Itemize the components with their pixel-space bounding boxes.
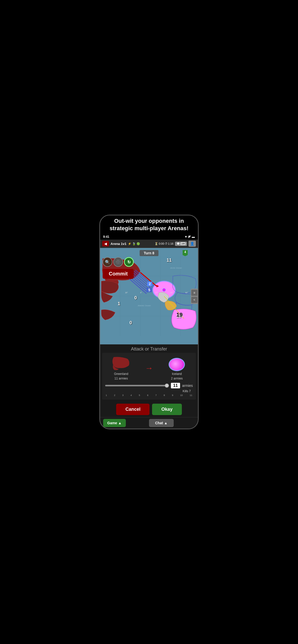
timer-display: ⏳ 0:00 ⏱ 1:16 (155, 242, 173, 245)
slider-section: 11 armies Kills 7 1 2 3 4 5 6 7 8 9 10 (105, 383, 193, 397)
tick-4: 4 (130, 394, 132, 397)
army-number-19-big: 19 (177, 312, 183, 318)
back-button[interactable]: ◀ (102, 241, 109, 246)
sidebar-panel: ≡ < (191, 289, 198, 304)
tick-1: 1 (106, 394, 107, 397)
circle-icon: 🟢 (137, 242, 140, 245)
army-slider[interactable] (105, 385, 169, 386)
search-button[interactable]: 🔍 (103, 257, 112, 267)
svg-text:60°: 60° (185, 292, 188, 294)
svg-text:Atlantic Ocean: Atlantic Ocean (138, 304, 151, 307)
target-armies: 2 armies (171, 377, 183, 380)
target-name: Iceland (172, 372, 182, 376)
armies-label: armies (182, 384, 193, 388)
bottom-bar: Game ▲ Chat ▲ (100, 417, 198, 429)
army-number-0-greenland: 0 (134, 295, 137, 301)
tick-7: 7 (155, 394, 157, 397)
game-button[interactable]: Game ▲ (103, 419, 126, 427)
army-number-0-bottom: 0 (129, 320, 132, 326)
attack-arrow: → (145, 363, 153, 373)
chat-nav-button[interactable]: 💬 100 (175, 242, 187, 246)
tick-3: 3 (122, 394, 124, 397)
sidebar-arrow-icon[interactable]: < (191, 297, 197, 303)
svg-text:Arctic Ocean: Arctic Ocean (170, 267, 182, 269)
svg-text:20°: 20° (155, 292, 158, 294)
tick-8: 8 (164, 394, 165, 397)
svg-point-26 (162, 288, 166, 291)
tick-11: 11 (190, 394, 192, 397)
cancel-button[interactable]: Cancel (116, 404, 150, 415)
attack-title: Attack or Transfer (100, 344, 198, 353)
army-number-11: 11 (167, 258, 172, 263)
slider-row: 11 armies (105, 383, 193, 388)
slider-ticks: 1 2 3 4 5 6 7 8 9 10 11 (105, 394, 193, 397)
army-count-display: 11 (171, 383, 180, 388)
tick-2: 2 (114, 394, 115, 397)
army-number-1: 1 (118, 301, 120, 306)
source-name: Greenland (114, 372, 128, 376)
toolbar-buttons: 🔍 ➕ ↻ (103, 257, 134, 267)
zoom-in-button[interactable]: ➕ (113, 257, 123, 267)
chat-count-badge: 100 (181, 242, 185, 245)
hourglass-icon: ⏳ (155, 242, 158, 245)
promo-text: Out-wit your opponents in strategic mult… (110, 218, 188, 231)
clock-value: 1:16 (168, 242, 173, 245)
kills-label: Kills 7 (183, 389, 192, 393)
nav-icons: ⚡ 🍃 🟢 (128, 242, 153, 245)
tick-10: 10 (180, 394, 183, 397)
territory-row: Greenland 11 armies → Iceland 2 armies (105, 356, 193, 380)
profile-nav-button[interactable]: 👤 (188, 241, 196, 247)
svg-text:40°: 40° (170, 292, 173, 294)
chat-bottom-button[interactable]: Chat ▲ (149, 419, 174, 427)
refresh-button[interactable]: ↻ (124, 257, 134, 267)
greenland-svg (111, 356, 131, 371)
okay-button[interactable]: Okay (152, 404, 182, 415)
phone-container: Out-wit your opponents in strategic mult… (99, 215, 199, 429)
tick-6: 6 (147, 394, 148, 397)
lightning-icon: ⚡ (128, 242, 131, 245)
iceland-icon (167, 356, 187, 371)
turn-badge: Turn 8 (140, 250, 158, 256)
status-icons: ▼ ◤ ▬ (184, 235, 195, 239)
svg-text:20°: 20° (125, 292, 128, 294)
source-territory: Greenland 11 armies (111, 356, 131, 380)
action-buttons: Cancel Okay (100, 402, 198, 417)
battery-icon: ▬ (192, 235, 195, 239)
attack-content: Greenland 11 armies → Iceland 2 armies (102, 353, 196, 400)
sidebar-list-icon[interactable]: ≡ (191, 290, 197, 296)
svg-text:0°: 0° (140, 292, 142, 294)
arena-title: Arena 1v1 (111, 242, 126, 246)
signal-icon: ◤ (188, 235, 191, 239)
attack-panel: Attack or Transfer Greenland 11 armies (100, 344, 198, 402)
leaf-icon: 🍃 (132, 242, 136, 245)
commit-button[interactable]: Commit (103, 269, 134, 279)
game-area: Arctic Ocean Atlantic Ocean (100, 248, 198, 344)
timer-value: 0:00 (159, 242, 164, 245)
time-display: 9:41 (103, 235, 109, 239)
card-badge: 4 (183, 250, 188, 256)
clock-icon: ⏱ (165, 242, 168, 245)
svg-text:2: 2 (149, 282, 151, 286)
turn-label: Turn 8 (144, 251, 154, 255)
status-bar: 9:41 ▼ ◤ ▬ (100, 234, 198, 240)
greenland-icon (111, 356, 131, 371)
tick-9: 9 (172, 394, 173, 397)
nav-bar: ◀ Arena 1v1 ⚡ 🍃 🟢 ⏳ 0:00 ⏱ 1:16 💬 100 👤 (100, 240, 198, 248)
card-count: 4 (184, 250, 186, 254)
profile-icon: 👤 (190, 242, 194, 246)
chat-bubble-icon: 💬 (177, 242, 180, 245)
promo-banner: Out-wit your opponents in strategic mult… (100, 215, 198, 234)
target-territory: Iceland 2 armies (167, 356, 187, 380)
tick-5: 5 (139, 394, 140, 397)
wifi-icon: ▼ (184, 235, 187, 239)
source-armies: 11 armies (114, 377, 128, 380)
svg-text:5: 5 (148, 288, 150, 292)
